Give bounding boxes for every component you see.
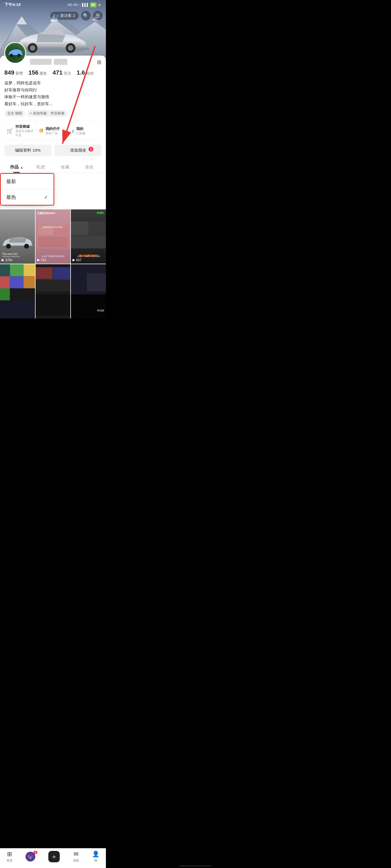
avatar-car-svg [7, 48, 23, 58]
svg-rect-49 [71, 294, 106, 318]
video-5[interactable] [35, 264, 71, 318]
video-4[interactable] [0, 264, 35, 318]
svg-rect-32 [10, 264, 24, 276]
status-network: HD [67, 3, 72, 7]
edit-profile-button[interactable]: 编辑资料 10% [4, 145, 51, 156]
miniev-hint: 点击左下角懂车帝价格查询 [37, 255, 69, 258]
visitor-icon: 👥 [54, 13, 59, 18]
take-home-text: 带回家 [97, 309, 104, 312]
stat-followers[interactable]: 1.6 粉丝 [77, 69, 95, 76]
menu-button[interactable]: ☰ [93, 11, 103, 21]
username-censored [30, 59, 52, 65]
tab-private[interactable]: 私密 [29, 161, 53, 173]
following-count: 471 [52, 69, 62, 76]
play-count-honda: 657 [73, 258, 81, 262]
tab-private-label: 私密 [36, 165, 45, 169]
profile-name-area [30, 59, 67, 65]
svg-rect-38 [10, 288, 35, 300]
stat-friends[interactable]: 156 朋友 [29, 69, 47, 76]
sort-newest[interactable]: 最新 [1, 174, 54, 189]
status-4g: 4G↑↓ [73, 3, 81, 7]
friends-count: 156 [29, 69, 38, 76]
svg-rect-44 [35, 280, 71, 291]
hev-badge: ■ HEV [96, 211, 105, 215]
svg-rect-29 [71, 236, 106, 248]
stat-likes: 849 获赞 [4, 69, 23, 76]
visitor-button[interactable]: 👥 新访客 2 [50, 12, 79, 20]
visitor-label: 新访客 2 [60, 13, 75, 18]
shop-icon: 🛒 [6, 127, 13, 134]
add-friend-button[interactable]: 添加朋友 1 [55, 145, 102, 156]
tab-works[interactable]: 作品 ▲ [4, 161, 29, 173]
tab-collection[interactable]: 收藏 [53, 161, 77, 173]
play-count-911: 3754 [2, 258, 12, 262]
sort-dropdown: 最新 最热 ✓ [0, 173, 54, 206]
svg-rect-31 [0, 264, 10, 276]
bio: 追梦，同样也是追车 好车推荐与你同行 体验不一样的速度与激情 看好车，玩好车，赏… [4, 80, 102, 107]
likes-label: 获赞 [16, 71, 23, 76]
location-tag[interactable]: 北京·朝阳 [4, 110, 25, 117]
header: 👥 新访客 2 🔍 ☰ [0, 9, 106, 23]
svg-rect-45 [35, 294, 71, 315]
following-label: 关注 [63, 71, 71, 76]
video-miniev[interactable]: 五菱宏光MINIEV 起售价约8300元钱起 点击左下角懂车帝价格查询 754 [35, 209, 71, 264]
service-shop-text: 抖音商城 美好生活触手可及 [16, 124, 34, 137]
service-shop[interactable]: 🛒 抖音商城 美好生活触手可及 [4, 121, 37, 141]
search-button[interactable]: 🔍 [81, 11, 91, 21]
menu-icon: ☰ [95, 13, 100, 19]
music-sub: 已收藏 [76, 131, 85, 135]
svg-rect-27 [71, 221, 88, 235]
svg-rect-28 [89, 221, 106, 235]
svg-rect-43 [54, 267, 70, 279]
svg-point-10 [68, 45, 73, 51]
service-music[interactable]: ♪ 我的 已收藏 [69, 121, 102, 141]
service-friends[interactable]: 伢 我的仔仔 朋友广场 [37, 121, 69, 141]
svg-rect-48 [87, 273, 106, 291]
tags-row: 北京·朝阳 + 添加年龄、学历标签 [4, 110, 102, 117]
newest-label: 最新 [6, 178, 16, 185]
check-icon: ✓ [44, 194, 48, 200]
miniev-brand: 五菱宏光MINIEV [37, 212, 55, 215]
svg-rect-35 [10, 276, 24, 288]
video-honda[interactable]: ■ HEV 最大功率194PS 点击左下角懂车帝查询价格 657 [71, 209, 106, 264]
video-grid: The new 911 Timeless Machine 3754 [0, 209, 106, 318]
svg-point-18 [6, 244, 11, 249]
stat-following[interactable]: 471 关注 [52, 69, 71, 76]
charge-icon: ⚡ [97, 3, 102, 7]
tab-likes[interactable]: 喜欢 [77, 161, 102, 173]
share-icon[interactable]: ⊞ [97, 59, 102, 65]
svg-point-15 [18, 54, 21, 57]
service-friends-text: 我的仔仔 朋友广场 [46, 126, 60, 135]
followers-label: 粉丝 [86, 71, 94, 76]
video-6[interactable]: 带回家 [71, 264, 106, 318]
add-friend-label: 添加朋友 [70, 148, 86, 152]
tabs-section: 作品 ▲ 私密 收藏 喜欢 最新 [0, 161, 106, 209]
sort-hottest[interactable]: 最热 ✓ [1, 189, 54, 205]
bio-line-2: 好车推荐与你同行 [4, 87, 102, 94]
status-time: 下午4:18 [4, 2, 21, 7]
followers-count: 1.6 [77, 69, 85, 76]
friends-name: 我的仔仔 [46, 126, 60, 131]
tabs-container: 作品 ▲ 私密 收藏 喜欢 最新 [0, 161, 106, 209]
likes-count: 849 [4, 69, 15, 76]
play-icon-2 [37, 259, 40, 261]
tab-collection-label: 收藏 [61, 165, 69, 169]
shop-name: 抖音商城 [16, 124, 34, 129]
add-friend-badge: 1 [88, 147, 93, 152]
search-icon: 🔍 [83, 13, 89, 19]
add-tag-button[interactable]: + 添加年龄、学历标签 [27, 110, 67, 117]
friends-label: 朋友 [39, 71, 47, 76]
shop-sub: 美好生活触手可及 [16, 129, 34, 137]
tab-likes-label: 喜欢 [85, 165, 94, 169]
timeless-label: Timeless Machine [2, 255, 20, 258]
status-icons: HD 4G↑↓ ▌▌▌ 83 ⚡ [67, 2, 102, 7]
bio-line-4: 看好车，玩好车，赏好车... [4, 100, 102, 107]
svg-rect-33 [24, 264, 35, 276]
status-signal: ▌▌▌ [82, 3, 89, 7]
video-911[interactable]: The new 911 Timeless Machine 3754 [0, 209, 35, 264]
status-bar: 下午4:18 HD 4G↑↓ ▌▌▌ 83 ⚡ [0, 0, 106, 8]
bio-line-3: 体验不一样的速度与激情 [4, 93, 102, 100]
svg-rect-39 [0, 301, 35, 319]
avatar[interactable] [4, 42, 26, 64]
svg-rect-36 [24, 276, 35, 288]
